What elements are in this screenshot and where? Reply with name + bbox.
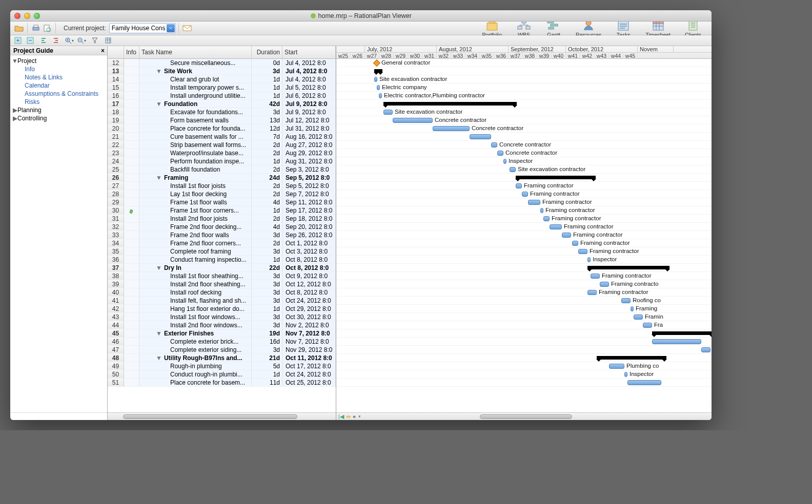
gantt-row[interactable]: Site excavation contractor — [336, 108, 712, 116]
task-row[interactable]: 47Complete exterior siding...3dNov 29, 2… — [108, 346, 336, 354]
open-icon[interactable] — [13, 23, 25, 34]
task-bar[interactable] — [587, 290, 597, 295]
gantt-row[interactable] — [336, 264, 712, 272]
task-row[interactable]: 36Conduct framing inspectio...1dOct 8, 2… — [108, 256, 336, 264]
task-row[interactable]: 20Place concrete for founda...12dJul 31,… — [108, 124, 336, 133]
gantt-row[interactable]: Concrete contractor — [336, 124, 712, 133]
task-row[interactable]: 17▼Foundation42dJul 9, 2012 8:0 — [108, 100, 336, 108]
task-row[interactable]: 46Complete exterior brick...16dNov 7, 20… — [108, 338, 336, 346]
task-bar[interactable] — [600, 282, 609, 287]
gantt-row[interactable]: Plumbing co — [336, 362, 712, 370]
task-bar[interactable] — [587, 257, 591, 262]
gantt-row[interactable]: Framing contractor — [336, 190, 712, 198]
task-row[interactable]: 18Excavate for foundations...3dJul 9, 20… — [108, 108, 336, 116]
columns-icon[interactable] — [103, 35, 114, 46]
task-row[interactable]: 24Perform foundation inspe...1dAug 31, 2… — [108, 157, 336, 165]
summary-bar[interactable] — [652, 331, 712, 335]
gantt-row[interactable] — [336, 329, 712, 338]
summary-bar[interactable] — [516, 176, 596, 179]
task-row[interactable]: 12Secure miscellaneous...0dJul 4, 2012 8… — [108, 59, 336, 67]
task-row[interactable]: 26▼Framing24dSep 5, 2012 8:0 — [108, 174, 336, 182]
gantt-row[interactable] — [336, 67, 712, 75]
task-bar[interactable] — [609, 364, 624, 369]
task-bar[interactable] — [470, 134, 491, 139]
sidebar-item-calendar[interactable]: Calendar — [12, 81, 105, 90]
task-row[interactable]: 19Form basement walls13dJul 12, 2012 8:0 — [108, 116, 336, 124]
task-bar[interactable] — [591, 274, 600, 279]
task-row[interactable]: 40Install roof decking3dOct 8, 2012 8:0 — [108, 288, 336, 297]
task-bar[interactable] — [540, 208, 543, 213]
task-row[interactable]: 35Complete roof framing3dOct 3, 2012 8:0 — [108, 247, 336, 256]
task-bar[interactable] — [510, 167, 516, 172]
task-row[interactable]: 32Frame 2nd floor decking...4dSep 20, 20… — [108, 223, 336, 231]
email-icon[interactable] — [181, 23, 193, 34]
task-bar[interactable] — [497, 151, 503, 156]
task-bar[interactable] — [643, 323, 652, 328]
task-bar[interactable] — [631, 306, 634, 311]
sidebar-item-notes-links[interactable]: Notes & Links — [12, 73, 105, 81]
task-row[interactable]: 39Install 2nd floor sheathing...3dOct 12… — [108, 280, 336, 288]
task-row[interactable]: 15Install temporary power s...1dJul 5, 2… — [108, 83, 336, 92]
task-bar[interactable] — [516, 183, 522, 188]
task-row[interactable]: 49Rough-in plumbing5dOct 17, 2012 8:0 — [108, 362, 336, 370]
task-row[interactable]: 13▼Site Work3dJul 4, 2012 8:0 — [108, 67, 336, 75]
current-project-select[interactable]: Family House Cons — [109, 23, 176, 33]
task-row[interactable]: 38Install 1st floor sheathing...3dOct 9,… — [108, 272, 336, 280]
task-row[interactable]: 22Strip basement wall forms...2dAug 27, … — [108, 141, 336, 149]
col-id-header[interactable] — [108, 46, 124, 58]
outdent-icon[interactable] — [38, 35, 49, 46]
gantt-row[interactable]: Framing contractor — [336, 231, 712, 239]
gantt-row[interactable] — [336, 354, 712, 362]
gantt-row[interactable]: Inspector — [336, 256, 712, 264]
task-bar[interactable] — [379, 93, 382, 98]
sidebar-item-risks[interactable]: Risks — [12, 98, 105, 106]
task-bar[interactable] — [621, 298, 631, 303]
col-info-header[interactable]: Info — [124, 46, 139, 58]
sidebar-item-assumptions-constraints[interactable]: Assumptions & Constraints — [12, 90, 105, 98]
task-row[interactable]: 42Hang 1st floor exterior do...1dOct 29,… — [108, 305, 336, 313]
gantt-row[interactable] — [336, 174, 712, 182]
sidebar-item-info[interactable]: Info — [12, 65, 105, 73]
summary-bar[interactable] — [597, 356, 666, 360]
close-panel-icon[interactable]: × — [101, 47, 105, 54]
gantt-row[interactable]: Framing — [336, 305, 712, 313]
task-bar[interactable] — [578, 249, 587, 254]
summary-bar[interactable] — [383, 102, 517, 106]
sidebar-item-planning[interactable]: ▶ Planning — [12, 106, 105, 114]
goto-selected-icon[interactable]: ⇔ — [346, 413, 351, 420]
zoom-window-button[interactable] — [34, 13, 40, 19]
gantt-row[interactable]: Fra — [336, 321, 712, 329]
gantt-row[interactable]: Inspector — [336, 370, 712, 379]
task-bar[interactable] — [624, 372, 627, 377]
task-row[interactable]: 45▼Exterior Finishes19dNov 7, 2012 8:0 — [108, 329, 336, 338]
task-bar[interactable] — [433, 126, 470, 131]
task-bar[interactable] — [701, 347, 710, 352]
col-duration-header[interactable]: Duration — [252, 46, 282, 58]
gantt-row[interactable]: Electric contractor,Plumbing contractor — [336, 92, 712, 100]
gantt-row[interactable]: Framing contractor — [336, 206, 712, 215]
task-bar[interactable] — [550, 224, 562, 229]
task-row[interactable]: 37▼Dry In22dOct 8, 2012 8:0 — [108, 264, 336, 272]
sidebar-item-controlling[interactable]: ▶ Controlling — [12, 114, 105, 122]
gantt-row[interactable] — [336, 379, 712, 387]
task-row[interactable]: 51Place concrete for basem...11dOct 25, … — [108, 379, 336, 387]
indent-icon[interactable] — [50, 35, 62, 46]
task-row[interactable]: 16Install underground utilitie...1dJul 6… — [108, 92, 336, 100]
close-window-button[interactable] — [14, 13, 21, 19]
gantt-row[interactable]: Framing contractor — [336, 239, 712, 247]
gantt-row[interactable] — [336, 100, 712, 108]
milestone-icon[interactable] — [373, 59, 380, 67]
task-bar[interactable] — [652, 339, 701, 344]
task-row[interactable]: 30Frame 1st floor corners...1dSep 17, 20… — [108, 206, 336, 215]
task-row[interactable]: 21Cure basement walls for ...7dAug 16, 2… — [108, 133, 336, 141]
col-name-header[interactable]: Task Name — [139, 46, 252, 58]
gantt-row[interactable]: Inspector — [336, 157, 712, 165]
gantt-row[interactable]: Roofing co — [336, 297, 712, 305]
task-bar[interactable] — [522, 192, 528, 197]
task-bar[interactable] — [627, 380, 661, 385]
gantt-row[interactable]: Framing contractor — [336, 215, 712, 223]
task-row[interactable]: 29Frame 1st floor walls4dSep 11, 2012 8:… — [108, 198, 336, 206]
task-row[interactable]: 43Install 1st floor windows...3dOct 30, … — [108, 313, 336, 321]
filter-icon[interactable] — [89, 35, 100, 46]
gantt-row[interactable]: Framin — [336, 313, 712, 321]
